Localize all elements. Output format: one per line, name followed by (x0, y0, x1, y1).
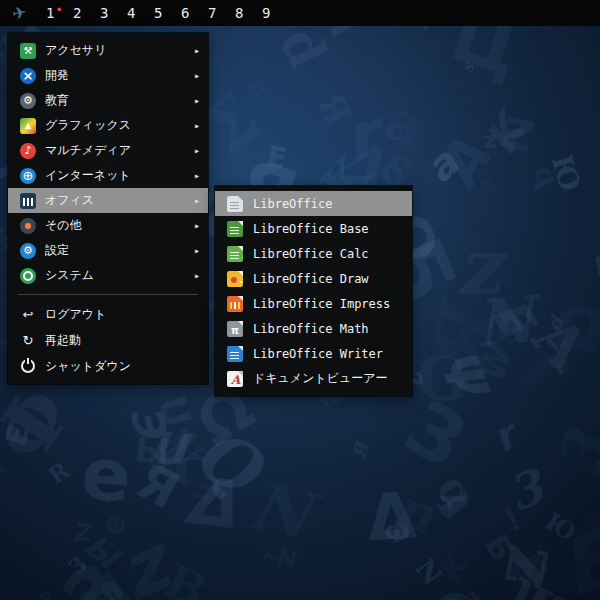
submenu-item-libreoffice[interactable]: LibreOffice (215, 191, 412, 216)
development-icon (20, 68, 36, 84)
menu-item-label: その他 (45, 217, 188, 234)
submenu-item-label: LibreOffice Math (253, 322, 404, 336)
menu-item-education[interactable]: 教育▸ (8, 88, 208, 113)
libreoffice-draw-icon (227, 271, 243, 287)
workspace-9[interactable]: 9 (262, 5, 289, 21)
graphics-icon (20, 118, 36, 134)
education-icon (20, 93, 36, 109)
menu-item-label: アクセサリ (45, 42, 188, 59)
multimedia-icon (20, 143, 36, 159)
libreoffice-base-icon (227, 221, 243, 237)
top-bar: 1•23456789 (0, 0, 600, 26)
workspace-number: 6 (181, 5, 189, 21)
applications-menu: アクセサリ▸開発▸教育▸グラフィックス▸マルチメディア▸インターネット▸オフィス… (8, 33, 208, 384)
menu-item-graphics[interactable]: グラフィックス▸ (8, 113, 208, 138)
submenu-item-document-viewer[interactable]: ドキュメントビューアー (215, 366, 412, 391)
system-icon (20, 268, 36, 284)
submenu-item-label: LibreOffice Impress (253, 297, 404, 311)
other-icon (20, 218, 36, 234)
menu-item-development[interactable]: 開発▸ (8, 63, 208, 88)
libreoffice-icon (227, 196, 243, 212)
menu-item-label: シャットダウン (45, 358, 200, 375)
menu-item-label: 再起動 (45, 332, 200, 349)
accessories-icon (20, 43, 36, 59)
submenu-arrow-icon: ▸ (194, 120, 200, 131)
menu-item-label: インターネット (45, 167, 188, 184)
menu-item-accessories[interactable]: アクセサリ▸ (8, 38, 208, 63)
launcher-logo-icon[interactable] (0, 3, 38, 23)
logout-icon (20, 306, 36, 322)
menu-item-label: システム (45, 267, 188, 284)
submenu-item-libreoffice-impress[interactable]: LibreOffice Impress (215, 291, 412, 316)
menu-item-other[interactable]: その他▸ (8, 213, 208, 238)
workspace-switcher: 1•23456789 (46, 5, 289, 21)
submenu-arrow-icon: ▸ (194, 145, 200, 156)
workspace-3[interactable]: 3 (100, 5, 127, 21)
submenu-item-label: LibreOffice Calc (253, 247, 404, 261)
workspace-2[interactable]: 2 (73, 5, 100, 21)
menu-item-internet[interactable]: インターネット▸ (8, 163, 208, 188)
internet-icon (20, 168, 36, 184)
submenu-item-libreoffice-calc[interactable]: LibreOffice Calc (215, 241, 412, 266)
libreoffice-calc-icon (227, 246, 243, 262)
submenu-arrow-icon: ▸ (194, 45, 200, 56)
menu-actions: ログアウト再起動シャットダウン (8, 301, 208, 379)
workspace-8[interactable]: 8 (235, 5, 262, 21)
workspace-number: 9 (262, 5, 270, 21)
workspace-4[interactable]: 4 (127, 5, 154, 21)
workspace-5[interactable]: 5 (154, 5, 181, 21)
submenu-item-libreoffice-math[interactable]: LibreOffice Math (215, 316, 412, 341)
libreoffice-math-icon (227, 321, 243, 337)
menu-item-label: 設定 (45, 242, 188, 259)
menu-item-shutdown[interactable]: シャットダウン (8, 353, 208, 379)
reboot-icon (20, 332, 36, 348)
office-icon (20, 193, 36, 209)
workspace-number: 3 (100, 5, 108, 21)
submenu-item-libreoffice-base[interactable]: LibreOffice Base (215, 216, 412, 241)
document-viewer-icon (227, 371, 243, 387)
menu-item-label: マルチメディア (45, 142, 188, 159)
menu-item-label: ログアウト (45, 306, 200, 323)
workspace-number: 7 (208, 5, 216, 21)
menu-separator (18, 294, 198, 295)
menu-item-label: 教育 (45, 92, 188, 109)
workspace-7[interactable]: 7 (208, 5, 235, 21)
submenu-item-libreoffice-writer[interactable]: LibreOffice Writer (215, 341, 412, 366)
workspace-number: 5 (154, 5, 162, 21)
active-workspace-marker: • (55, 3, 62, 17)
submenu-arrow-icon: ▸ (194, 70, 200, 81)
shutdown-icon (20, 358, 36, 374)
menu-item-multimedia[interactable]: マルチメディア▸ (8, 138, 208, 163)
submenu-arrow-icon: ▸ (194, 245, 200, 256)
workspace-number: 4 (127, 5, 135, 21)
menu-item-label: オフィス (45, 192, 188, 209)
menu-item-label: グラフィックス (45, 117, 188, 134)
submenu-item-libreoffice-draw[interactable]: LibreOffice Draw (215, 266, 412, 291)
menu-item-settings[interactable]: 設定▸ (8, 238, 208, 263)
settings-icon (20, 243, 36, 259)
submenu-arrow-icon: ▸ (194, 95, 200, 106)
libreoffice-impress-icon (227, 296, 243, 312)
menu-item-reboot[interactable]: 再起動 (8, 327, 208, 353)
submenu-arrow-icon: ▸ (194, 220, 200, 231)
submenu-item-label: LibreOffice (253, 197, 404, 211)
office-submenu: LibreOfficeLibreOffice BaseLibreOffice C… (215, 186, 412, 396)
workspace-1[interactable]: 1• (46, 5, 73, 21)
submenu-item-label: LibreOffice Base (253, 222, 404, 236)
workspace-number: 8 (235, 5, 243, 21)
submenu-item-label: LibreOffice Writer (253, 347, 404, 361)
workspace-number: 1 (46, 5, 54, 21)
libreoffice-writer-icon (227, 346, 243, 362)
menu-item-logout[interactable]: ログアウト (8, 301, 208, 327)
submenu-arrow-icon: ▸ (194, 270, 200, 281)
menu-item-office[interactable]: オフィス▸ (8, 188, 208, 213)
workspace-number: 2 (73, 5, 81, 21)
submenu-item-label: ドキュメントビューアー (253, 370, 404, 387)
submenu-arrow-icon: ▸ (194, 195, 200, 206)
submenu-arrow-icon: ▸ (194, 170, 200, 181)
menu-categories: アクセサリ▸開発▸教育▸グラフィックス▸マルチメディア▸インターネット▸オフィス… (8, 38, 208, 288)
workspace-6[interactable]: 6 (181, 5, 208, 21)
menu-item-system[interactable]: システム▸ (8, 263, 208, 288)
menu-item-label: 開発 (45, 67, 188, 84)
submenu-item-label: LibreOffice Draw (253, 272, 404, 286)
